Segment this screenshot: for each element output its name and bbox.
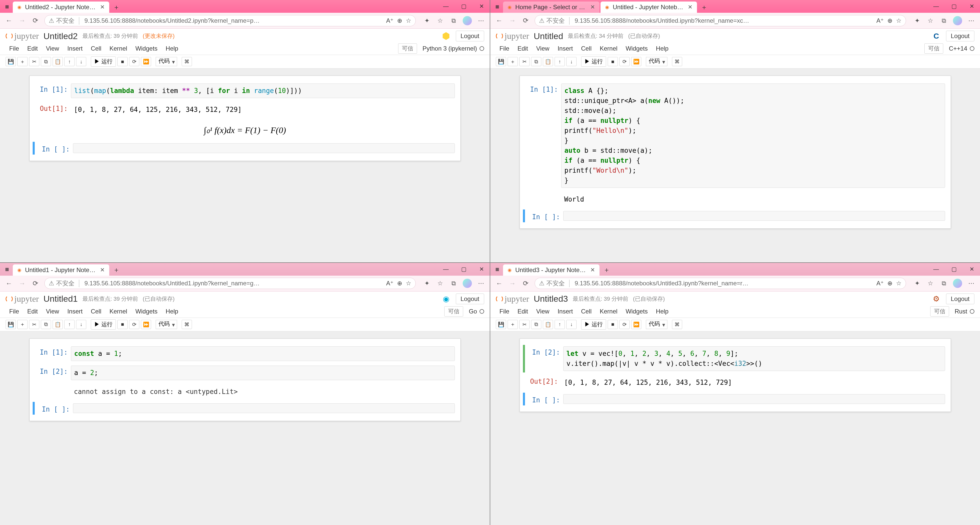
- menu-view[interactable]: View: [42, 43, 63, 54]
- menu-kernel[interactable]: Kernel: [596, 43, 621, 54]
- menu-help[interactable]: Help: [652, 43, 672, 54]
- up-icon[interactable]: ↑: [555, 320, 565, 329]
- code-content[interactable]: list(map(lambda item: item ** 3, [i for …: [71, 83, 455, 98]
- menu-help[interactable]: Help: [162, 43, 182, 54]
- profile-avatar[interactable]: [463, 279, 472, 288]
- new-tab-button[interactable]: ＋: [112, 3, 121, 12]
- up-icon[interactable]: ↑: [64, 57, 75, 66]
- tab-close-icon[interactable]: ✕: [99, 4, 106, 11]
- logout-button[interactable]: Logout: [456, 294, 484, 304]
- minimize-icon[interactable]: —: [441, 3, 451, 10]
- down-icon[interactable]: ↓: [76, 57, 86, 66]
- browser-tab[interactable]: ◉ Untitled1 - Jupyter Notebook ✕: [13, 265, 109, 276]
- zoom-icon[interactable]: ⊕: [397, 17, 402, 24]
- more-icon[interactable]: ⋯: [477, 279, 485, 287]
- forward-icon[interactable]: →: [508, 279, 517, 288]
- paste-icon[interactable]: 📋: [52, 57, 63, 66]
- code-cell[interactable]: In [2]: a = 2;: [33, 364, 457, 382]
- fastforward-icon[interactable]: ⏩: [631, 57, 641, 66]
- trusted-badge[interactable]: 可信: [398, 43, 417, 54]
- refresh-icon[interactable]: ⟳: [31, 16, 40, 25]
- menu-cell[interactable]: Cell: [87, 306, 105, 316]
- menu-widgets[interactable]: Widgets: [622, 306, 651, 316]
- menu-widgets[interactable]: Widgets: [622, 43, 651, 54]
- forward-icon[interactable]: →: [18, 279, 27, 288]
- menu-kernel[interactable]: Kernel: [106, 306, 130, 316]
- notebook-area[interactable]: In [1]: class A {};std::unique_ptr<A> a(…: [490, 69, 980, 262]
- new-tab-button[interactable]: ＋: [112, 265, 121, 274]
- favorites-icon[interactable]: ☆: [436, 279, 444, 287]
- favorites-icon[interactable]: ☆: [436, 17, 444, 25]
- trusted-badge[interactable]: 可信: [930, 306, 949, 316]
- kernel-name[interactable]: Go: [469, 308, 484, 315]
- celltype-select[interactable]: 代码: [156, 57, 177, 66]
- jupyter-logo[interactable]: jupyter: [6, 31, 39, 41]
- tab-close-icon[interactable]: ✕: [99, 267, 106, 273]
- close-icon[interactable]: ✕: [476, 3, 487, 10]
- menu-cell[interactable]: Cell: [578, 43, 595, 54]
- save-icon[interactable]: 💾: [496, 57, 506, 66]
- notebook-area[interactable]: In [2]: let v = vec![0, 1, 2, 3, 4, 5, 6…: [490, 331, 980, 525]
- minimize-icon[interactable]: —: [931, 265, 941, 273]
- maximize-icon[interactable]: ▢: [458, 3, 469, 10]
- paste-icon[interactable]: 📋: [543, 320, 553, 329]
- menu-insert[interactable]: Insert: [554, 43, 576, 54]
- code-content[interactable]: let v = vec![0, 1, 2, 3, 4, 5, 6, 7, 8, …: [563, 346, 945, 371]
- cut-icon[interactable]: ✂: [29, 57, 39, 66]
- read-aloud-icon[interactable]: A⁺: [877, 17, 884, 24]
- menu-help[interactable]: Help: [652, 306, 672, 316]
- menu-view[interactable]: View: [533, 43, 553, 54]
- run-button[interactable]: ▶ 运行: [581, 319, 606, 330]
- restart-icon[interactable]: ⟳: [619, 57, 630, 66]
- code-cell[interactable]: In [1]: class A {};std::unique_ptr<A> a(…: [523, 82, 948, 189]
- code-cell[interactable]: In [2]: let v = vec![0, 1, 2, 3, 4, 5, 6…: [523, 345, 948, 372]
- profile-avatar[interactable]: [463, 16, 472, 25]
- kernel-name[interactable]: Rust: [955, 308, 974, 315]
- close-icon[interactable]: ✕: [967, 3, 977, 10]
- more-icon[interactable]: ⋯: [477, 17, 485, 25]
- back-icon[interactable]: ←: [5, 16, 13, 25]
- menu-help[interactable]: Help: [162, 306, 182, 316]
- refresh-icon[interactable]: ⟳: [522, 279, 530, 288]
- celltype-select[interactable]: 代码: [646, 320, 667, 329]
- forward-icon[interactable]: →: [508, 16, 517, 25]
- restart-icon[interactable]: ⟳: [129, 320, 139, 329]
- code-cell[interactable]: In [1]: const a = 1;: [33, 345, 457, 362]
- save-icon[interactable]: 💾: [496, 320, 506, 329]
- celltype-select[interactable]: 代码: [156, 320, 177, 329]
- stop-icon[interactable]: ■: [608, 57, 618, 66]
- browser-tab[interactable]: ◉ Home Page - Select or create a … ✕: [503, 2, 600, 13]
- notebook-title[interactable]: Untitled2: [43, 31, 78, 41]
- notebook-area[interactable]: In [1]: const a = 1; In [2]: a = 2; cann…: [0, 331, 490, 525]
- menu-file[interactable]: File: [6, 306, 23, 316]
- save-icon[interactable]: 💾: [6, 320, 16, 329]
- read-aloud-icon[interactable]: A⁺: [877, 280, 884, 287]
- sidebar-toggle-icon[interactable]: ▦: [3, 3, 11, 10]
- menu-edit[interactable]: Edit: [24, 43, 41, 54]
- code-content[interactable]: [563, 394, 945, 404]
- restart-icon[interactable]: ⟳: [129, 57, 139, 66]
- menu-insert[interactable]: Insert: [64, 306, 86, 316]
- tab-close-icon[interactable]: ✕: [589, 4, 596, 11]
- save-icon[interactable]: 💾: [6, 57, 16, 66]
- browser-tab[interactable]: ◉ Untitled2 - Jupyter Notebook ✕: [13, 2, 109, 13]
- favorites-icon[interactable]: ☆: [926, 17, 935, 25]
- collections-icon[interactable]: ⧉: [940, 17, 948, 25]
- celltype-select[interactable]: 代码: [646, 57, 667, 66]
- command-palette-icon[interactable]: ⌘: [672, 320, 682, 329]
- zoom-icon[interactable]: ⊕: [397, 280, 402, 287]
- fastforward-icon[interactable]: ⏩: [141, 57, 151, 66]
- minimize-icon[interactable]: —: [931, 3, 941, 10]
- zoom-icon[interactable]: ⊕: [887, 280, 892, 287]
- menu-edit[interactable]: Edit: [514, 43, 531, 54]
- new-tab-button[interactable]: ＋: [602, 265, 611, 274]
- close-icon[interactable]: ✕: [967, 265, 977, 273]
- empty-code-cell[interactable]: In [ ]:: [33, 402, 457, 415]
- zoom-icon[interactable]: ⊕: [887, 17, 892, 24]
- fastforward-icon[interactable]: ⏩: [141, 320, 151, 329]
- sidebar-toggle-icon[interactable]: ▦: [493, 3, 501, 10]
- sidebar-toggle-icon[interactable]: ▦: [3, 265, 11, 273]
- down-icon[interactable]: ↓: [566, 57, 576, 66]
- menu-edit[interactable]: Edit: [514, 306, 531, 316]
- menu-edit[interactable]: Edit: [24, 306, 41, 316]
